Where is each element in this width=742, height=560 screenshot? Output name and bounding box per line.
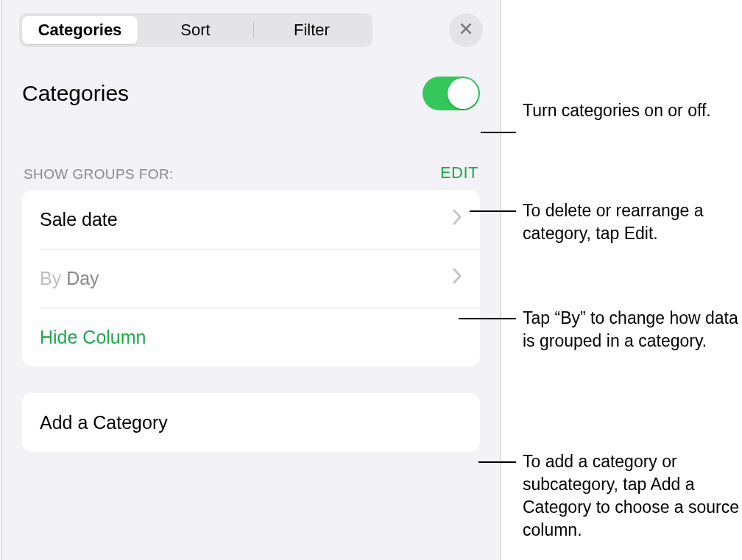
callout-edit: To delete or rearrange a category, tap E…: [523, 199, 742, 245]
tab-categories[interactable]: Categories: [22, 16, 138, 44]
row-sale-date[interactable]: Sale date: [22, 190, 480, 249]
tab-filter[interactable]: Filter: [254, 16, 370, 44]
section-title-row: Categories: [1, 60, 501, 110]
hide-column-label: Hide Column: [40, 327, 146, 348]
leader-line: [481, 132, 516, 133]
tab-categories-label: Categories: [38, 21, 122, 40]
leader-line: [470, 210, 516, 212]
add-category-card: Add a Category: [22, 393, 480, 452]
row-sale-date-label: Sale date: [40, 209, 452, 230]
row-by-day-label: By Day: [40, 268, 452, 289]
top-bar: Categories Sort Filter: [1, 13, 501, 60]
close-icon: [459, 21, 473, 39]
by-prefix: By: [40, 268, 66, 288]
leader-line: [459, 318, 516, 319]
tab-sort-label: Sort: [180, 21, 210, 40]
row-hide-column[interactable]: Hide Column: [22, 308, 480, 366]
groups-card: Sale date By Day Hide Column: [22, 190, 480, 366]
tab-filter-label: Filter: [294, 21, 330, 40]
close-button[interactable]: [449, 13, 483, 47]
add-category-label: Add a Category: [40, 412, 462, 433]
row-by-day[interactable]: By Day: [22, 249, 480, 308]
row-add-category[interactable]: Add a Category: [22, 393, 480, 452]
categories-toggle[interactable]: [423, 77, 480, 110]
toggle-knob: [448, 78, 478, 109]
group-header: SHOW GROUPS FOR: EDIT: [1, 110, 501, 190]
edit-button[interactable]: EDIT: [440, 163, 478, 182]
leader-line: [478, 461, 516, 463]
categories-panel: Categories Sort Filter Categories: [1, 0, 501, 560]
callout-by: Tap “By” to change how data is grouped i…: [523, 307, 742, 352]
callout-add: To add a category or subcategory, tap Ad…: [523, 450, 742, 542]
by-suffix: Day: [66, 268, 99, 288]
segmented-control: Categories Sort Filter: [19, 13, 372, 47]
section-title: Categories: [22, 81, 423, 106]
group-header-label: SHOW GROUPS FOR:: [24, 166, 440, 182]
callout-toggle: Turn categories on or off.: [523, 99, 711, 122]
chevron-right-icon: [452, 267, 462, 289]
chevron-right-icon: [452, 208, 462, 230]
tab-sort[interactable]: Sort: [138, 16, 253, 44]
